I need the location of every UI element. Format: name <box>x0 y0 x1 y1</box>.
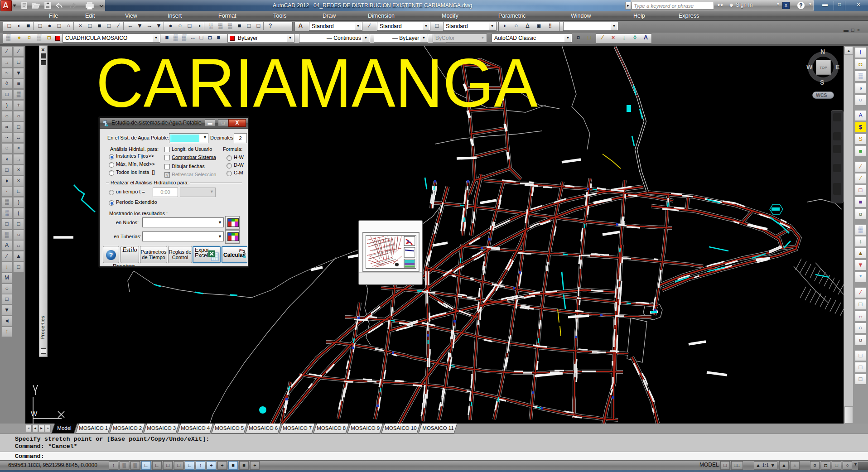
svg-text:CARIAMANGA: CARIAMANGA <box>96 46 538 121</box>
svg-text:W: W <box>31 409 38 417</box>
